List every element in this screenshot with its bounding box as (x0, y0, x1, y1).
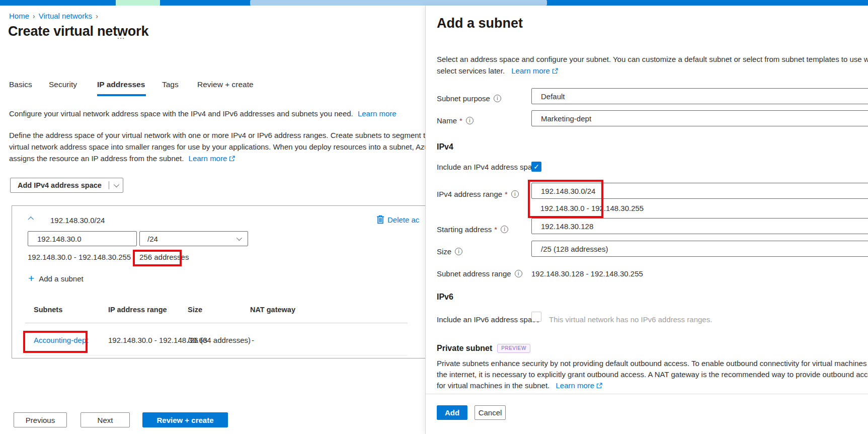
info-icon[interactable]: i (455, 248, 462, 255)
breadcrumb-home-link[interactable]: Home (9, 12, 29, 20)
address-count-text: 256 addresses (139, 253, 189, 261)
starting-address-input[interactable]: 192.148.30.128 (531, 218, 868, 234)
ipv4-section-heading: IPv4 (437, 142, 453, 152)
cancel-button[interactable]: Cancel (475, 405, 506, 420)
external-link-icon (596, 381, 602, 392)
tab-ip-addresses[interactable]: IP addresses (97, 80, 145, 89)
table-header-divider (25, 323, 408, 323)
column-header-ip-range[interactable]: IP address range (108, 306, 167, 314)
subnet-size-cell: /26 (64 addresses) (188, 336, 251, 344)
info-icon[interactable]: i (515, 270, 522, 277)
column-header-size[interactable]: Size (188, 306, 202, 314)
checkmark-icon: ✓ (533, 163, 539, 171)
column-header-subnets[interactable]: Subnets (34, 306, 62, 314)
delete-address-space-button[interactable]: Delete ac (376, 215, 419, 224)
private-subnet-heading: Private subnet PREVIEW (437, 344, 530, 353)
panel-title: Add a subnet (437, 16, 523, 31)
add-a-subnet-button[interactable]: + Add a subnet (28, 273, 84, 283)
private-subnet-paragraph: Private subnets enhance security by not … (437, 358, 868, 392)
previous-button[interactable]: Previous (14, 412, 67, 427)
include-ipv4-checkbox[interactable]: ✓ (531, 162, 541, 172)
create-vnet-main: Home›Virtual networks› Create virtual ne… (0, 6, 425, 434)
tab-tags[interactable]: Tags (162, 80, 179, 89)
add-button[interactable]: Add (437, 405, 467, 420)
required-marker: * (459, 116, 462, 125)
prefix-size-dropdown[interactable]: /24 (139, 231, 248, 246)
azure-portal-page: Home›Virtual networks› Create virtual ne… (0, 0, 868, 434)
ipv4-range-label: IPv4 address range*i (437, 190, 519, 198)
info-icon[interactable]: i (466, 117, 474, 124)
size-select[interactable]: /25 (128 addresses) (531, 241, 868, 257)
panel-intro-paragraph: Select an address space and configure yo… (437, 53, 868, 77)
address-range-text: 192.148.30.0 - 192.148.30.255 (28, 253, 131, 261)
preview-badge: PREVIEW (497, 344, 530, 353)
trash-icon (376, 215, 384, 224)
address-space-cidr-label: 192.148.30.0/24 (50, 216, 105, 225)
page-title: Create virtual network (8, 24, 148, 39)
tab-basics[interactable]: Basics (9, 80, 32, 89)
next-button[interactable]: Next (81, 412, 130, 427)
chevron-right-icon: › (96, 12, 98, 20)
breadcrumb: Home›Virtual networks› (9, 12, 102, 20)
info-icon[interactable]: i (511, 190, 519, 198)
ipv4-range-helper-text: 192.148.30.0 - 192.148.30.255 (540, 204, 644, 212)
subnet-purpose-label: Subnet purposei (437, 94, 501, 103)
subnet-name-input[interactable]: Marketing-dept (531, 110, 868, 126)
external-link-icon (552, 65, 558, 77)
breadcrumb-virtual-networks-link[interactable]: Virtual networks (39, 12, 92, 20)
learn-more-link[interactable]: Learn more (556, 381, 594, 390)
subnet-purpose-select[interactable]: Default (531, 88, 868, 104)
cloud-shell-button[interactable] (116, 0, 160, 6)
table-row-divider (25, 355, 408, 355)
chevron-down-icon (236, 235, 242, 241)
column-header-nat-gateway[interactable]: NAT gateway (250, 306, 295, 314)
global-search-input[interactable] (250, 0, 547, 6)
required-marker: * (505, 190, 508, 198)
external-link-icon (229, 153, 235, 165)
address-space-input[interactable]: 192.148.30.0 (28, 231, 137, 246)
include-ipv6-label: Include an IPv6 address space (437, 315, 540, 324)
add-ipv4-address-space-button[interactable]: Add IPv4 address space (10, 178, 123, 193)
subnet-nat-cell: - (252, 336, 254, 344)
intro-paragraph: Configure your virtual network address s… (9, 108, 397, 119)
chevron-right-icon: › (33, 12, 35, 20)
info-icon[interactable]: i (494, 95, 501, 102)
info-icon[interactable]: i (501, 226, 508, 233)
active-tab-underline (97, 94, 146, 96)
split-button-divider (109, 181, 109, 189)
required-marker: * (494, 225, 497, 234)
subnet-link-accounting-dept[interactable]: Accounting-dept (34, 336, 88, 344)
tab-security[interactable]: Security (49, 80, 77, 89)
review-create-button[interactable]: Review + create (142, 412, 228, 427)
learn-more-link[interactable]: Learn more (358, 109, 397, 118)
ipv4-range-input[interactable]: 192.148.30.0/24 (531, 183, 868, 199)
tab-review-create[interactable]: Review + create (197, 80, 254, 89)
learn-more-link[interactable]: Learn more (511, 66, 550, 75)
plus-icon: + (28, 273, 34, 283)
learn-more-link[interactable]: Learn more (189, 154, 227, 163)
description-paragraph: Define the address space of your virtual… (9, 129, 425, 165)
subnet-address-range-value: 192.148.30.128 - 192.148.30.255 (531, 269, 643, 278)
size-label: Sizei (437, 247, 462, 256)
chevron-down-icon[interactable] (114, 182, 119, 187)
subnet-name-label: Name*i (437, 116, 474, 125)
azure-top-bar (0, 0, 868, 6)
ipv6-disabled-text: This virtual network has no IPv6 address… (549, 315, 712, 324)
include-ipv4-label: Include an IPv4 address space (437, 163, 540, 171)
add-subnet-panel: Add a subnet Select an address space and… (425, 6, 868, 434)
more-options-icon[interactable]: … (117, 32, 125, 41)
ipv6-section-heading: IPv6 (437, 293, 453, 302)
include-ipv6-checkbox (531, 312, 541, 322)
subnet-address-range-label: Subnet address rangei (437, 269, 522, 278)
panel-footer-divider (426, 394, 868, 394)
starting-address-label: Starting address*i (437, 225, 508, 234)
